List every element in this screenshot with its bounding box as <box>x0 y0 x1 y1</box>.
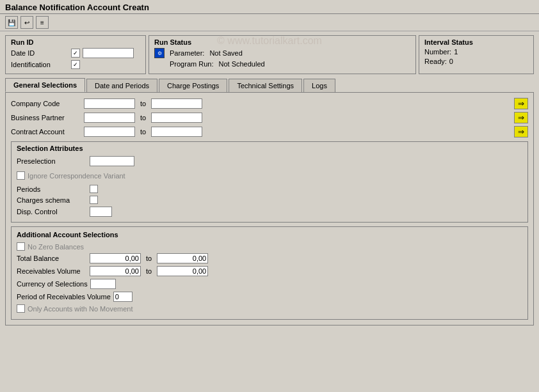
ignore-correspondence-row: Ignore Correspondence Variant <box>17 171 522 180</box>
business-partner-from[interactable] <box>84 113 135 123</box>
company-code-to-label: to <box>140 100 146 107</box>
only-no-movement-row: Only Accounts with No Movement <box>17 304 522 313</box>
charges-schema-label: Charges schema <box>17 196 87 204</box>
receivables-volume-label: Receivables Volume <box>17 267 87 275</box>
identification-row: Identification ✓ <box>11 60 140 69</box>
date-id-input[interactable] <box>83 48 134 58</box>
company-code-arrow[interactable]: ⇒ <box>514 98 528 109</box>
total-balance-to[interactable] <box>157 253 208 263</box>
tabs-row: General Selections Date and Periods Char… <box>5 78 534 92</box>
parameter-label: Parameter: <box>170 49 204 57</box>
disp-control-row: Disp. Control <box>17 207 522 217</box>
company-code-from[interactable] <box>84 98 135 109</box>
number-label: Number: <box>424 48 451 56</box>
ready-label: Ready: <box>424 58 447 65</box>
periods-row: Periods <box>17 185 522 193</box>
receivables-volume-row: Receivables Volume to <box>17 266 522 276</box>
period-row: Period of Receivables Volume <box>17 292 522 302</box>
undo-icon[interactable]: ↩ <box>20 16 33 29</box>
receivables-volume-to-label: to <box>146 267 152 275</box>
contract-account-row: Contract Account to ⇒ <box>11 126 528 137</box>
business-partner-label: Business Partner <box>11 114 81 122</box>
program-run-value: Not Scheduled <box>218 60 264 68</box>
additional-account-label: Additional Account Selections <box>17 231 522 239</box>
menu-icon[interactable]: ≡ <box>36 16 49 29</box>
interval-status-label: Interval Status <box>424 38 528 46</box>
preselection-row: Preselection <box>17 156 522 166</box>
currency-row: Currency of Selections <box>17 279 522 289</box>
contract-account-to-label: to <box>140 128 146 136</box>
program-run-row: Program Run: Not Scheduled <box>154 60 410 68</box>
date-id-row: Date ID ✓ <box>11 48 140 58</box>
contract-account-from[interactable] <box>84 127 135 137</box>
interval-status-panel: Interval Status Number: 1 Ready: 0 <box>419 35 534 74</box>
company-code-to[interactable] <box>151 98 202 109</box>
business-partner-arrow[interactable]: ⇒ <box>514 112 528 123</box>
only-no-movement-checkbox[interactable] <box>17 304 25 313</box>
run-id-panel: Run ID Date ID ✓ Identification ✓ <box>5 35 146 74</box>
number-row: Number: 1 <box>424 48 528 56</box>
contract-account-label: Contract Account <box>11 128 81 136</box>
receivables-volume-to[interactable] <box>157 266 208 276</box>
company-code-row: Company Code to ⇒ <box>11 98 528 109</box>
business-partner-to-label: to <box>140 114 146 122</box>
date-id-checkbox[interactable]: ✓ <box>71 49 80 58</box>
currency-input[interactable] <box>90 279 116 289</box>
run-status-label: Run Status <box>154 38 410 46</box>
charges-schema-row: Charges schema <box>17 196 522 204</box>
ignore-correspondence-checkbox[interactable] <box>17 171 25 180</box>
only-no-movement-label: Only Accounts with No Movement <box>28 305 133 313</box>
number-value: 1 <box>454 48 458 56</box>
disp-control-label: Disp. Control <box>17 208 87 216</box>
run-status-panel: Run Status ⚙ Parameter: Not Saved Progra… <box>149 35 416 74</box>
ready-value: 0 <box>449 58 453 65</box>
ignore-correspondence-label: Ignore Correspondence Variant <box>28 172 125 180</box>
contract-account-arrow[interactable]: ⇒ <box>514 126 528 137</box>
disp-control-input[interactable] <box>90 207 112 217</box>
run-id-label: Run ID <box>11 38 140 46</box>
preselection-label: Preselection <box>17 157 87 165</box>
total-balance-row: Total Balance to <box>17 253 522 263</box>
periods-checkbox[interactable] <box>90 185 98 193</box>
parameter-row: ⚙ Parameter: Not Saved <box>154 48 410 58</box>
preselection-input[interactable] <box>90 156 134 166</box>
program-run-label: Program Run: <box>170 60 213 68</box>
identification-checkbox[interactable]: ✓ <box>71 60 80 69</box>
currency-label: Currency of Selections <box>17 280 88 288</box>
selection-attributes-box: Selection Attributes Preselection Ignore… <box>11 141 528 223</box>
info-row: Run ID Date ID ✓ Identification ✓ Run St… <box>5 35 534 74</box>
parameter-value: Not Saved <box>209 49 242 57</box>
app-title: Balance Notification Account Creatn <box>5 3 149 12</box>
parameter-icon: ⚙ <box>154 48 165 58</box>
no-zero-balances-label: No Zero Balances <box>28 243 84 251</box>
additional-account-box: Additional Account Selections No Zero Ba… <box>11 226 528 320</box>
title-bar: Balance Notification Account Creatn <box>0 0 539 14</box>
period-label: Period of Receivables Volume <box>17 293 111 301</box>
toolbar: 💾 ↩ ≡ <box>0 14 539 31</box>
charges-schema-checkbox[interactable] <box>90 196 98 204</box>
save-icon[interactable]: 💾 <box>5 16 18 29</box>
no-zero-balances-row: No Zero Balances <box>17 242 522 251</box>
tab-charge-postings[interactable]: Charge Postings <box>159 79 227 92</box>
identification-label: Identification <box>11 61 68 68</box>
tab-technical-settings[interactable]: Technical Settings <box>229 79 302 92</box>
date-id-label: Date ID <box>11 49 68 57</box>
receivables-volume-from[interactable] <box>90 266 141 276</box>
selection-attributes-label: Selection Attributes <box>17 145 522 152</box>
business-partner-row: Business Partner to ⇒ <box>11 112 528 123</box>
tab-date-and-periods[interactable]: Date and Periods <box>86 79 157 92</box>
periods-label: Periods <box>17 185 87 193</box>
contract-account-to[interactable] <box>151 127 202 137</box>
no-zero-balances-checkbox[interactable] <box>17 242 25 251</box>
main-content: Run ID Date ID ✓ Identification ✓ Run St… <box>0 31 539 329</box>
total-balance-to-label: to <box>146 255 152 262</box>
tab-logs[interactable]: Logs <box>303 79 335 92</box>
ready-row: Ready: 0 <box>424 58 528 65</box>
total-balance-label: Total Balance <box>17 255 87 262</box>
tab-content: Company Code to ⇒ Business Partner to ⇒ … <box>5 92 534 325</box>
period-input[interactable] <box>113 292 133 302</box>
tab-general-selections[interactable]: General Selections <box>5 78 85 92</box>
company-code-label: Company Code <box>11 100 81 107</box>
business-partner-to[interactable] <box>151 113 202 123</box>
total-balance-from[interactable] <box>90 253 141 263</box>
